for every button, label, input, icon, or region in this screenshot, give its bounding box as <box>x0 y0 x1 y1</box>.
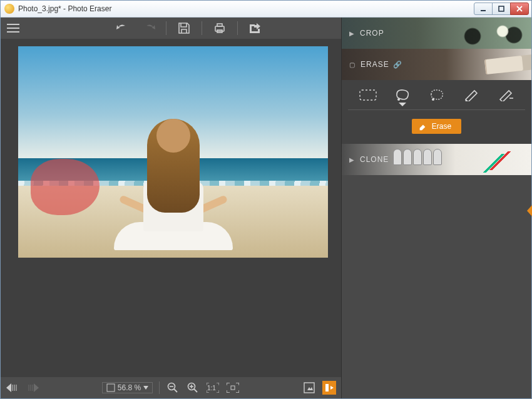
svg-rect-13 <box>107 384 115 391</box>
app-body: 56.8 % 1:1 <box>1 18 531 398</box>
lasso-icon <box>394 88 411 102</box>
dropdown-icon <box>143 386 148 390</box>
panel-crop-header[interactable]: ▶ CROP <box>342 18 531 49</box>
panel-clone-label: CLONE <box>360 155 389 164</box>
before-after-icon <box>324 383 334 393</box>
window-title: Photo_3.jpg* - Photo Eraser <box>18 4 474 13</box>
erase-button[interactable]: Erase <box>412 119 461 134</box>
erase-button-label: Erase <box>432 122 451 131</box>
compare-icon <box>304 382 315 393</box>
svg-text:1:1: 1:1 <box>207 385 216 391</box>
status-bar: 56.8 % 1:1 <box>1 377 341 398</box>
fit-screen-icon <box>227 383 239 393</box>
zoom-value: 56.8 % <box>118 383 141 392</box>
zoom-out-icon <box>167 382 178 393</box>
separator <box>202 21 202 35</box>
brush-add-icon <box>464 89 479 101</box>
chevron-right-icon: ▶ <box>349 156 355 163</box>
fit-screen-button[interactable] <box>226 381 240 395</box>
redo-icon <box>141 23 155 33</box>
panel-erase-body: Erase <box>342 80 531 144</box>
svg-point-26 <box>432 98 434 101</box>
svg-rect-1 <box>499 6 504 11</box>
minimize-button[interactable] <box>474 3 493 15</box>
maximize-button[interactable] <box>492 3 511 15</box>
close-icon <box>516 6 523 12</box>
save-button[interactable] <box>176 21 192 36</box>
next-image-button[interactable] <box>26 381 39 395</box>
export-button[interactable] <box>248 21 263 36</box>
svg-rect-5 <box>217 24 222 26</box>
chevron-right-icon: ▶ <box>349 30 355 37</box>
left-pane: 56.8 % 1:1 <box>1 18 341 398</box>
collapse-panel-button[interactable] <box>527 205 532 216</box>
print-icon <box>213 22 226 34</box>
poly-lasso-tool[interactable] <box>424 85 449 105</box>
minimize-icon <box>480 6 486 12</box>
prev-arrow-icon <box>6 383 19 392</box>
poly-lasso-icon <box>429 88 445 102</box>
prev-image-button[interactable] <box>6 381 19 395</box>
undo-icon <box>116 23 130 33</box>
zoom-in-button[interactable] <box>186 381 200 395</box>
top-toolbar <box>1 18 341 39</box>
menu-button[interactable] <box>6 21 21 36</box>
app-window: Photo_3.jpg* - Photo Eraser <box>0 0 532 399</box>
menu-icon <box>7 24 19 33</box>
before-after-button[interactable] <box>322 381 336 395</box>
brush-add-tool[interactable] <box>459 85 484 105</box>
separator <box>159 381 160 394</box>
separator <box>237 21 238 35</box>
svg-rect-22 <box>231 386 235 390</box>
redo-button[interactable] <box>141 21 156 36</box>
panel-erase-label: ERASE <box>361 60 389 69</box>
separator <box>166 21 166 35</box>
close-button[interactable] <box>510 3 529 15</box>
save-icon <box>178 22 190 34</box>
rect-select-icon <box>359 89 377 101</box>
side-panel: ▶ CROP ▢ ERASE 🔗 <box>341 18 531 398</box>
svg-line-15 <box>174 389 177 392</box>
window-controls <box>474 3 529 15</box>
link-icon: 🔗 <box>393 61 402 69</box>
titlebar: Photo_3.jpg* - Photo Eraser <box>1 1 531 18</box>
eraser-icon <box>418 122 427 131</box>
lasso-tool[interactable] <box>390 85 415 105</box>
print-button[interactable] <box>212 21 227 36</box>
next-arrow-icon <box>26 383 39 392</box>
compare-button[interactable] <box>302 381 316 395</box>
chevron-down-icon: ▢ <box>349 61 356 68</box>
erase-tool-row <box>342 80 531 110</box>
photo-subject <box>117 106 230 250</box>
svg-point-25 <box>397 98 400 101</box>
zoom-out-button[interactable] <box>166 381 180 395</box>
clone-decor <box>393 149 442 165</box>
fit-icon <box>106 383 115 392</box>
rect-select-tool[interactable] <box>356 85 381 105</box>
zoom-in-icon <box>187 382 198 393</box>
svg-rect-24 <box>360 90 376 100</box>
export-icon <box>248 23 263 34</box>
actual-size-icon: 1:1 <box>207 383 219 393</box>
app-icon <box>4 4 14 14</box>
panel-crop-label: CROP <box>360 29 384 38</box>
maximize-icon <box>498 6 504 12</box>
undo-button[interactable] <box>116 21 131 36</box>
photo-canvas[interactable] <box>18 46 328 258</box>
panel-erase-header[interactable]: ▢ ERASE 🔗 <box>342 49 531 80</box>
erase-action-row: Erase <box>342 110 531 144</box>
canvas-area[interactable] <box>1 39 341 377</box>
panel-clone-header[interactable]: ▶ CLONE <box>342 144 531 175</box>
brush-remove-icon <box>498 89 513 101</box>
svg-line-18 <box>194 389 197 392</box>
brush-remove-tool[interactable] <box>493 85 518 105</box>
zoom-display[interactable]: 56.8 % <box>102 382 153 393</box>
actual-size-button[interactable]: 1:1 <box>206 381 220 395</box>
